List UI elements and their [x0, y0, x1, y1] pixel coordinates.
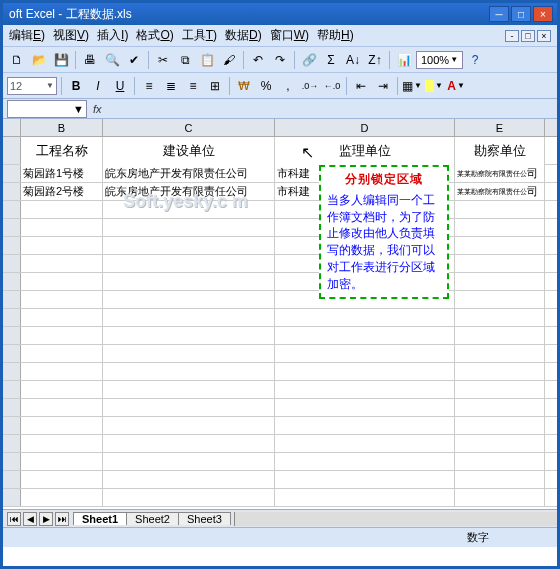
cell[interactable] — [103, 435, 275, 452]
align-right-button[interactable]: ≡ — [183, 76, 203, 96]
cell[interactable] — [21, 219, 103, 236]
cell[interactable] — [455, 453, 545, 470]
menu-item[interactable]: 窗口W) — [270, 27, 309, 44]
menu-item[interactable]: 编辑E) — [9, 27, 45, 44]
cell[interactable]: 工程名称 — [21, 137, 103, 165]
maximize-button[interactable]: □ — [511, 6, 531, 22]
cell[interactable]: 勘察单位 — [455, 137, 545, 165]
dec-decimal-button[interactable]: ←.0 — [322, 76, 342, 96]
cell[interactable] — [103, 471, 275, 488]
cell[interactable]: 皖东房地产开发有限责任公司 — [103, 165, 275, 182]
cell[interactable] — [275, 363, 455, 380]
underline-button[interactable]: U — [110, 76, 130, 96]
borders-button[interactable]: ▦▼ — [402, 76, 422, 96]
preview-button[interactable]: 🔍 — [102, 50, 122, 70]
cell[interactable] — [21, 381, 103, 398]
help-button[interactable]: ? — [465, 50, 485, 70]
tab-next-button[interactable]: ▶ — [39, 512, 53, 526]
cell[interactable] — [275, 471, 455, 488]
cell[interactable] — [455, 327, 545, 344]
cell[interactable] — [455, 471, 545, 488]
cell[interactable] — [275, 417, 455, 434]
tab-last-button[interactable]: ⏭ — [55, 512, 69, 526]
row-header[interactable] — [3, 399, 21, 416]
cell[interactable] — [103, 417, 275, 434]
cell[interactable] — [103, 327, 275, 344]
cell[interactable] — [21, 345, 103, 362]
cell[interactable] — [455, 363, 545, 380]
cell[interactable] — [21, 399, 103, 416]
fill-color-button[interactable]: ▼ — [424, 76, 444, 96]
cell[interactable] — [455, 255, 545, 272]
sheet-tab[interactable]: Sheet2 — [126, 512, 179, 525]
cell[interactable] — [275, 435, 455, 452]
row-header[interactable] — [3, 381, 21, 398]
cell[interactable] — [21, 489, 103, 506]
sort-asc-button[interactable]: A↓ — [343, 50, 363, 70]
cell[interactable] — [21, 201, 103, 218]
cell[interactable] — [21, 309, 103, 326]
cell[interactable] — [21, 291, 103, 308]
redo-button[interactable]: ↷ — [270, 50, 290, 70]
doc-minimize-button[interactable]: - — [505, 30, 519, 42]
undo-button[interactable]: ↶ — [248, 50, 268, 70]
row-header[interactable] — [3, 417, 21, 434]
cell[interactable] — [103, 219, 275, 236]
link-button[interactable]: 🔗 — [299, 50, 319, 70]
row-header[interactable] — [3, 363, 21, 380]
cell[interactable] — [21, 327, 103, 344]
cell[interactable] — [21, 471, 103, 488]
name-box[interactable]: ▼ — [7, 100, 87, 118]
row-header[interactable] — [3, 327, 21, 344]
row-header[interactable] — [3, 201, 21, 218]
doc-restore-button[interactable]: □ — [521, 30, 535, 42]
cell[interactable] — [103, 363, 275, 380]
paste-button[interactable]: 📋 — [197, 50, 217, 70]
row-header[interactable] — [3, 237, 21, 254]
row-header[interactable] — [3, 255, 21, 272]
row-header[interactable] — [3, 273, 21, 290]
tab-first-button[interactable]: ⏮ — [7, 512, 21, 526]
minimize-button[interactable]: ─ — [489, 6, 509, 22]
copy-button[interactable]: ⧉ — [175, 50, 195, 70]
format-painter-button[interactable]: 🖌 — [219, 50, 239, 70]
cell[interactable] — [103, 309, 275, 326]
hscroll-track[interactable] — [234, 512, 557, 526]
cell[interactable] — [455, 417, 545, 434]
italic-button[interactable]: I — [88, 76, 108, 96]
cell[interactable]: 建设单位 — [103, 137, 275, 165]
cell[interactable]: 菊园路2号楼 — [21, 183, 103, 200]
cell[interactable] — [103, 381, 275, 398]
col-header-E[interactable]: E — [455, 119, 545, 136]
cell[interactable] — [21, 417, 103, 434]
cell[interactable] — [275, 453, 455, 470]
comma-button[interactable]: , — [278, 76, 298, 96]
font-color-button[interactable]: A▼ — [446, 76, 466, 96]
bold-button[interactable]: B — [66, 76, 86, 96]
row-header[interactable] — [3, 345, 21, 362]
align-center-button[interactable]: ≣ — [161, 76, 181, 96]
cell[interactable] — [21, 273, 103, 290]
cut-button[interactable]: ✂ — [153, 50, 173, 70]
chart-button[interactable]: 📊 — [394, 50, 414, 70]
cell[interactable]: 菊园路1号楼 — [21, 165, 103, 182]
menu-item[interactable]: 插入I) — [97, 27, 128, 44]
save-button[interactable]: 💾 — [51, 50, 71, 70]
cell[interactable] — [455, 201, 545, 218]
zoom-selector[interactable]: 100%▼ — [416, 51, 463, 69]
fontsize-selector[interactable]: 12▼ — [7, 77, 57, 95]
cell[interactable] — [455, 219, 545, 236]
percent-button[interactable]: % — [256, 76, 276, 96]
cell[interactable] — [455, 237, 545, 254]
align-left-button[interactable]: ≡ — [139, 76, 159, 96]
cell[interactable]: 某某勘察院有限责任公司 — [455, 165, 545, 182]
cell[interactable] — [21, 363, 103, 380]
cell[interactable] — [275, 489, 455, 506]
cell[interactable] — [103, 399, 275, 416]
sort-desc-button[interactable]: Z↑ — [365, 50, 385, 70]
row-header[interactable] — [3, 183, 21, 200]
cell[interactable] — [455, 291, 545, 308]
menu-item[interactable]: 格式O) — [136, 27, 173, 44]
select-all-corner[interactable] — [3, 119, 21, 136]
cell[interactable] — [455, 381, 545, 398]
